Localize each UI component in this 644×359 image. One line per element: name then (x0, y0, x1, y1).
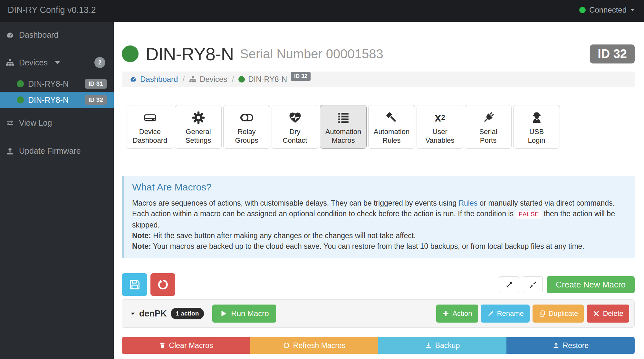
breadcrumb-current-device: DIN-RY8-N ID 32 (238, 75, 311, 84)
connected-status-dot-icon (579, 7, 586, 13)
tab-serial-ports[interactable]: SerialPorts (465, 105, 512, 149)
backup-button[interactable]: Backup (378, 337, 506, 354)
view-log-label: View Log (19, 118, 52, 128)
caret-down-icon (630, 8, 635, 13)
app-window: DIN-RY Config v0.13.2 Connected Dashboar… (0, 0, 644, 359)
copy-icon (538, 310, 546, 317)
caret-down-icon (53, 58, 62, 67)
hdd-icon (143, 109, 157, 126)
serial-number-label: Serial Number 00001583 (240, 47, 383, 61)
tab-dry-contact[interactable]: DryContact (272, 105, 318, 149)
top-bar: DIN-RY Config v0.13.2 Connected (0, 0, 644, 22)
status-dot-icon (17, 80, 24, 87)
macros-info-box: What Are Macros? Macros are sequences of… (122, 176, 635, 258)
add-action-button[interactable]: Action (436, 305, 478, 323)
sidebar-item-device-id31[interactable]: DIN-RY8-N ID 31 (0, 76, 114, 92)
breadcrumb-id-badge: ID 32 (291, 72, 311, 81)
clear-macros-button[interactable]: Clear Macros (122, 337, 250, 354)
sidebar-item-dashboard[interactable]: Dashboard (0, 27, 114, 43)
connection-status-dropdown[interactable]: Connected (579, 5, 635, 15)
rename-button[interactable]: Rename (481, 305, 530, 323)
exchange-icon (6, 119, 14, 127)
download-icon (425, 342, 432, 349)
restore-button[interactable]: Restore (506, 337, 635, 354)
sidebar: Dashboard Devices 2 DIN-RY8-N ID 31 DIN-… (0, 22, 114, 359)
delete-button[interactable]: Delete (587, 305, 629, 323)
macro-action-count-badge: 1 action (171, 308, 204, 319)
main-content: DIN-RY8-N Serial Number 00001583 ID 32 D… (114, 22, 644, 359)
refresh-macros-button[interactable]: Refresh Macros (250, 337, 378, 354)
upload-icon (553, 342, 560, 349)
breadcrumb-separator: / (182, 75, 185, 84)
compress-icon (529, 281, 537, 289)
devices-count-badge: 2 (94, 57, 105, 68)
tab-device-dashboard[interactable]: DeviceDashboard (127, 105, 173, 149)
gauge-icon (6, 31, 14, 39)
sidebar-item-devices[interactable]: Devices 2 (0, 54, 114, 71)
gauge-icon (130, 76, 137, 83)
save-icon (128, 278, 141, 291)
sitemap-icon (189, 76, 197, 83)
macro-name: denPK (139, 309, 167, 319)
upload-icon (6, 147, 14, 155)
gear-icon (192, 109, 205, 126)
false-code-badge: FALSE (515, 210, 542, 219)
info-note-1: Note: Hit the save button after making a… (132, 230, 626, 241)
expand-icon (505, 281, 513, 289)
undo-icon (157, 278, 169, 291)
info-paragraph: Macros are sequences of actions, with cu… (132, 198, 626, 230)
app-title: DIN-RY Config v0.13.2 (8, 5, 96, 15)
sidebar-dashboard-label: Dashboard (19, 30, 58, 40)
breadcrumb-devices-label: Devices (200, 75, 227, 84)
device-header: DIN-RY8-N Serial Number 00001583 ID 32 (122, 44, 635, 64)
status-dot-icon (238, 76, 245, 82)
heartbeat-icon (288, 109, 302, 126)
sidebar-devices-label: Devices (19, 58, 48, 67)
run-macro-button[interactable]: Run Macro (212, 305, 276, 323)
breadcrumb-dashboard[interactable]: Dashboard (130, 75, 178, 84)
collapse-all-button[interactable] (523, 276, 543, 293)
save-button[interactable] (122, 273, 147, 296)
status-dot-icon (122, 45, 139, 62)
info-heading: What Are Macros? (132, 182, 626, 193)
tab-automation-rules[interactable]: AutomationRules (368, 105, 415, 149)
duplicate-button[interactable]: Duplicate (533, 305, 584, 323)
trash-icon (159, 342, 166, 349)
page-title: DIN-RY8-N (146, 44, 234, 64)
sitemap-icon (6, 58, 14, 67)
device-name-label: DIN-RY8-N (28, 95, 69, 105)
x2-icon: x2 (435, 109, 445, 126)
spy-icon (530, 109, 543, 126)
tab-general-settings[interactable]: GeneralSettings (175, 105, 222, 149)
breadcrumb-devices[interactable]: Devices (189, 75, 227, 84)
toggle-icon (240, 109, 254, 126)
refresh-icon (283, 342, 290, 349)
create-new-macro-button[interactable]: Create New Macro (547, 276, 635, 293)
undo-button[interactable] (150, 273, 175, 296)
tab-usb-login[interactable]: USBLogin (513, 105, 560, 149)
list-icon (337, 109, 350, 126)
breadcrumb-device-label: DIN-RY8-N (248, 75, 287, 84)
device-name-label: DIN-RY8-N (28, 79, 69, 89)
caret-down-icon[interactable] (130, 311, 136, 317)
plug-icon (482, 109, 495, 126)
sidebar-item-device-id32[interactable]: DIN-RY8-N ID 32 (0, 92, 114, 108)
macro-footer-buttons: Clear Macros Refresh Macros Backup Resto… (122, 337, 635, 354)
device-tabs: DeviceDashboard GeneralSettings RelayGro… (127, 105, 635, 149)
tab-automation-macros[interactable]: AutomationMacros (320, 105, 367, 149)
sidebar-item-update-firmware[interactable]: Update Firmware (0, 143, 114, 159)
connection-status-label: Connected (589, 5, 627, 15)
plus-icon (442, 310, 450, 317)
x-icon (592, 310, 600, 317)
sidebar-item-view-log[interactable]: View Log (0, 115, 114, 131)
breadcrumb: Dashboard / Devices / DIN-RY8-N ID 32 (122, 72, 635, 87)
macro-toolbar: Create New Macro (122, 273, 635, 296)
macro-row: denPK 1 action Run Macro Action Rename (122, 299, 635, 328)
breadcrumb-dashboard-label: Dashboard (140, 75, 178, 84)
breadcrumb-separator: / (232, 75, 234, 84)
tab-relay-groups[interactable]: RelayGroups (223, 105, 270, 149)
expand-all-button[interactable] (499, 276, 519, 293)
rules-link[interactable]: Rules (458, 199, 477, 207)
tab-user-variables[interactable]: x2 UserVariables (417, 105, 463, 149)
info-note-2: Note: Your macros are backed up to the c… (132, 241, 626, 252)
